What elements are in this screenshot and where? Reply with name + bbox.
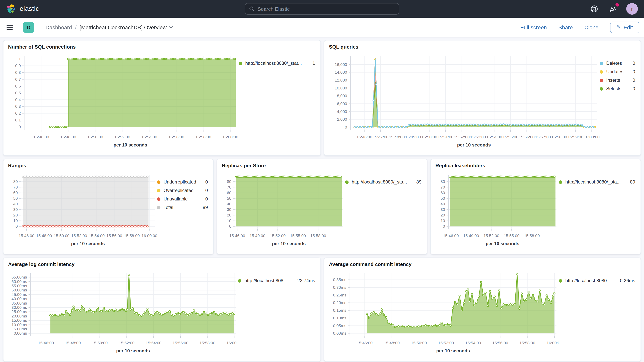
global-search[interactable] <box>245 3 399 15</box>
full-screen-button[interactable]: Full screen <box>520 24 547 30</box>
elastic-logo[interactable]: elastic <box>6 4 39 14</box>
svg-text:70: 70 <box>440 185 445 189</box>
svg-text:10: 10 <box>440 218 445 223</box>
svg-text:15:52:00: 15:52:00 <box>119 340 134 345</box>
news-button[interactable] <box>608 4 618 14</box>
svg-text:25.00ms: 25.00ms <box>12 310 27 314</box>
svg-text:60: 60 <box>440 190 445 195</box>
svg-text:0.1: 0.1 <box>15 118 21 122</box>
legend-item[interactable]: Overreplicated0 <box>157 186 211 195</box>
user-avatar[interactable]: r <box>626 3 638 15</box>
svg-text:15:58:00: 15:58:00 <box>524 234 540 238</box>
svg-text:15:57:00: 15:57:00 <box>535 135 551 139</box>
legend: http://localhost:8080/_stat...1 <box>239 50 318 154</box>
search-input[interactable] <box>258 6 395 12</box>
legend-dot-icon <box>239 62 242 65</box>
panel-title[interactable]: Number of SQL connections <box>4 40 320 50</box>
breadcrumb-current[interactable]: [Metricbeat CockroachDB] Overview <box>80 24 173 30</box>
legend-item[interactable]: Selects0 <box>600 84 638 93</box>
svg-text:15:54:00: 15:54:00 <box>89 234 105 238</box>
share-button[interactable]: Share <box>558 24 573 30</box>
clone-button[interactable]: Clone <box>584 24 598 30</box>
svg-text:15.00ms: 15.00ms <box>12 318 27 322</box>
help-button[interactable] <box>589 4 599 14</box>
chart-replica-leaseholders[interactable]: 15:46:0015:49:0015:52:0015:55:0015:58:00… <box>434 169 559 253</box>
legend-item[interactable]: Inserts0 <box>600 76 638 84</box>
svg-text:0.3: 0.3 <box>15 104 21 108</box>
panel-title[interactable]: SQL queries <box>324 40 640 50</box>
svg-text:10: 10 <box>227 218 232 223</box>
legend-item[interactable]: http://localhost:8080/_sta...89 <box>559 178 638 186</box>
svg-text:15:48:00: 15:48:00 <box>384 340 400 345</box>
panel-avg-command-commit-latency: Average command commit latency15:46:0015… <box>324 258 641 362</box>
legend-item[interactable]: http://localhost:8080/_sta...89 <box>345 178 424 186</box>
svg-text:15:56:00: 15:56:00 <box>519 135 535 139</box>
chart-replicas-per-store[interactable]: 15:46:0015:49:0015:52:0015:55:0015:58:00… <box>220 169 345 253</box>
svg-text:20: 20 <box>440 213 445 217</box>
panel-replicas-per-store: Replicas per Store15:46:0015:49:0015:52:… <box>217 159 427 254</box>
svg-text:20: 20 <box>227 213 232 217</box>
svg-text:15:52:00: 15:52:00 <box>114 135 130 139</box>
svg-text:0.10ms: 0.10ms <box>333 316 346 320</box>
help-icon <box>590 5 598 13</box>
panel-body: 15:46:0015:49:0015:52:0015:55:0015:58:00… <box>431 169 640 254</box>
chart-avg-log-commit-latency[interactable]: 15:46:0015:48:0015:50:0015:52:0015:54:00… <box>6 268 238 360</box>
svg-text:0.30ms: 0.30ms <box>333 285 346 290</box>
dashboard-app-badge[interactable]: D <box>23 22 34 32</box>
legend-value: 0 <box>630 78 635 83</box>
svg-text:15:56:00: 15:56:00 <box>172 340 188 345</box>
svg-text:15:48:00: 15:48:00 <box>60 135 76 139</box>
panel-title[interactable]: Replicas per Store <box>217 159 427 169</box>
svg-text:0.15ms: 0.15ms <box>333 308 346 312</box>
svg-text:15:58:00: 15:58:00 <box>551 135 567 139</box>
panel-body: 15:46:0015:48:0015:50:0015:52:0015:54:00… <box>324 268 640 361</box>
panel-body: 15:46:0015:48:0015:50:0015:52:0015:54:00… <box>4 268 320 361</box>
legend-value: 89 <box>200 205 208 210</box>
svg-text:15:48:00: 15:48:00 <box>389 135 405 139</box>
edit-button[interactable]: ✎ Edit <box>610 22 639 33</box>
breadcrumb-dashboard[interactable]: Dashboard <box>46 24 72 30</box>
nav-divider <box>17 18 17 36</box>
svg-text:15:58:00: 15:58:00 <box>200 340 215 345</box>
svg-text:10.00ms: 10.00ms <box>12 322 27 327</box>
svg-text:40: 40 <box>227 202 232 206</box>
legend-value: 0.26ms <box>617 278 635 283</box>
legend-item[interactable]: Deletes0 <box>600 59 638 68</box>
nav-bar: D Dashboard / [Metricbeat CockroachDB] O… <box>0 18 644 37</box>
menu-button[interactable] <box>2 20 17 34</box>
panel-title[interactable]: Replica leaseholders <box>431 159 640 169</box>
panel-title[interactable]: Ranges <box>4 159 213 169</box>
chart-ranges[interactable]: 15:46:0015:48:0015:50:0015:52:0015:54:00… <box>6 169 157 253</box>
legend-dot-icon <box>345 180 348 184</box>
svg-text:15:50:00: 15:50:00 <box>87 135 103 139</box>
svg-text:15:49:00: 15:49:00 <box>463 234 479 238</box>
legend-label: http://localhost:8080/_sta... <box>352 179 407 185</box>
svg-text:0: 0 <box>16 224 18 228</box>
svg-text:15:50:00: 15:50:00 <box>54 234 70 238</box>
svg-text:45.00ms: 45.00ms <box>12 292 27 297</box>
panel-title[interactable]: Average log commit latency <box>4 258 320 268</box>
svg-text:6,000: 6,000 <box>337 102 347 106</box>
legend-item[interactable]: http://localhost:8080...0.26ms <box>559 276 638 285</box>
svg-text:0.7: 0.7 <box>15 77 21 82</box>
panel-title[interactable]: Average command commit latency <box>324 258 640 268</box>
svg-text:30: 30 <box>440 207 445 212</box>
legend-item[interactable]: Unavailable0 <box>157 195 211 203</box>
svg-text:0.20ms: 0.20ms <box>333 300 346 305</box>
svg-text:15:54:00: 15:54:00 <box>486 135 502 139</box>
legend-item[interactable]: Updates0 <box>600 68 638 76</box>
svg-text:12,000: 12,000 <box>335 78 347 82</box>
svg-text:0.00ms: 0.00ms <box>14 331 27 336</box>
chart-sql-queries[interactable]: 15:46:0015:47:0015:48:0015:49:0015:50:00… <box>328 50 600 154</box>
chart-avg-command-commit-latency[interactable]: 15:46:0015:48:0015:50:0015:52:0015:54:00… <box>328 268 559 360</box>
legend-item[interactable]: Underreplicated0 <box>157 178 211 186</box>
chevron-down-icon <box>169 25 173 29</box>
legend-item[interactable]: http://localhost:808...22.74ms <box>238 276 318 285</box>
svg-text:2,000: 2,000 <box>337 117 347 122</box>
legend-item[interactable]: Total89 <box>157 203 211 212</box>
legend-label: Selects <box>606 86 622 91</box>
legend-dot-icon <box>157 206 160 209</box>
edit-button-label: Edit <box>624 24 633 30</box>
chart-sql-connections[interactable]: 15:46:0015:48:0015:50:0015:52:0015:54:00… <box>6 50 239 154</box>
legend-item[interactable]: http://localhost:8080/_stat...1 <box>239 59 318 68</box>
